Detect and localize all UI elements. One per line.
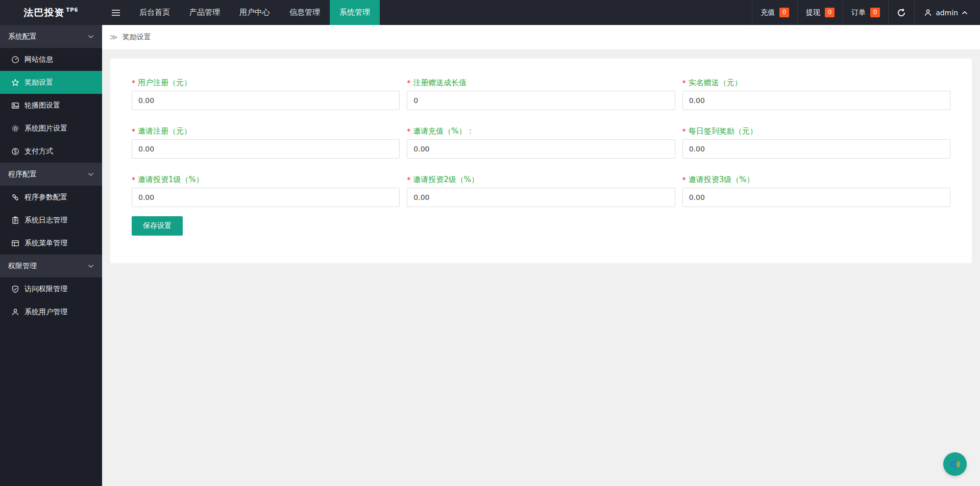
field-user-register: *用户注册（元）: [132, 78, 400, 110]
field-daily-signin: *每日签到奖励（元）: [682, 126, 950, 159]
sidebar-item-access-permissions[interactable]: 访问权限管理: [0, 277, 102, 300]
required-asterisk: *: [682, 175, 686, 184]
withdraw-stat[interactable]: 提现 0: [797, 0, 843, 25]
app-logo-text: 法巴投资: [23, 6, 64, 19]
sidebar-item-program-params[interactable]: 程序参数配置: [0, 186, 102, 209]
register-growth-input[interactable]: [407, 91, 675, 110]
content: *用户注册（元） *注册赠送成长值 *实名赠送（元） *邀请注册（元）: [102, 50, 980, 486]
field-register-growth: *注册赠送成长值: [407, 78, 675, 110]
field-label: *邀请投资3级（%）: [682, 175, 950, 185]
dashboard-icon: [11, 56, 19, 64]
dollar-icon: [11, 147, 19, 156]
group-label: 系统配置: [8, 32, 37, 41]
field-invite-invest-lv3: *邀请投资3级（%）: [682, 175, 950, 207]
sidebar-item-carousel-settings[interactable]: 轮播图设置: [0, 94, 102, 117]
daily-signin-input[interactable]: [682, 139, 950, 159]
required-asterisk: *: [132, 175, 135, 184]
field-invite-recharge: *邀请充值（%）：: [407, 126, 675, 159]
required-asterisk: *: [407, 79, 410, 87]
chevron-down-icon: [88, 264, 94, 268]
recharge-label: 充值: [761, 8, 775, 17]
invite-invest-lv3-input[interactable]: [682, 188, 950, 207]
field-label: *邀请充值（%）：: [407, 126, 675, 136]
speaker-icon: [948, 457, 962, 471]
page-title: 奖励设置: [122, 33, 151, 42]
realname-bonus-input[interactable]: [682, 91, 950, 110]
breadcrumb: ≫ 奖励设置: [102, 25, 980, 50]
app-logo: 法巴投资TP6: [0, 0, 102, 25]
sidebar-item-site-info[interactable]: 网站信息: [0, 48, 102, 71]
chevron-down-icon: [88, 172, 94, 176]
field-label: *邀请注册（元）: [132, 126, 400, 136]
recharge-stat[interactable]: 充值 0: [752, 0, 797, 25]
field-label: *每日签到奖励（元）: [682, 126, 950, 136]
required-asterisk: *: [682, 79, 686, 87]
invite-invest-lv1-input[interactable]: [132, 188, 400, 207]
field-label: *用户注册（元）: [132, 78, 400, 88]
orders-label: 订单: [851, 8, 866, 17]
user-icon: [924, 9, 932, 17]
sidebar-group-system-config[interactable]: 系统配置: [0, 25, 102, 48]
reward-settings-form: *用户注册（元） *注册赠送成长值 *实名赠送（元） *邀请注册（元）: [132, 78, 950, 207]
sidebar-group-program-config[interactable]: 程序配置: [0, 163, 102, 186]
image-icon: [11, 101, 19, 110]
menu-icon: [11, 239, 19, 247]
invite-register-input[interactable]: [132, 139, 400, 159]
chevron-down-icon: [88, 35, 94, 39]
sidebar-item-reward-settings[interactable]: 奖励设置: [0, 71, 102, 94]
chevron-up-icon: [962, 11, 968, 15]
recharge-badge: 0: [779, 8, 789, 17]
sidebar-item-system-menus[interactable]: 系统菜单管理: [0, 232, 102, 254]
field-label: *邀请投资1级（%）: [132, 175, 400, 185]
username: admin: [936, 9, 958, 17]
nav-item-dashboard[interactable]: 后台首页: [130, 0, 180, 25]
refresh-button[interactable]: [888, 0, 914, 25]
save-settings-button[interactable]: 保存设置: [132, 216, 183, 236]
link-icon: [11, 193, 19, 201]
main-area: ≫ 奖励设置 *用户注册（元） *注册赠送成长值 *实名赠送（元）: [102, 25, 980, 486]
sidebar-item-system-logs[interactable]: 系统日志管理: [0, 209, 102, 232]
nav-item-products[interactable]: 产品管理: [180, 0, 230, 25]
user-icon: [11, 308, 19, 316]
user-register-input[interactable]: [132, 91, 400, 110]
app-logo-badge: TP6: [66, 7, 78, 13]
group-label: 程序配置: [8, 170, 37, 179]
required-asterisk: *: [132, 127, 135, 135]
settings-card: *用户注册（元） *注册赠送成长值 *实名赠送（元） *邀请注册（元）: [110, 58, 972, 264]
star-icon: [11, 79, 19, 87]
sound-fab-button[interactable]: [943, 452, 967, 476]
group-label: 权限管理: [8, 262, 37, 271]
field-invite-invest-lv1: *邀请投资1级（%）: [132, 175, 400, 207]
topbar: 法巴投资TP6 后台首页 产品管理 用户中心 信息管理 系统管理 充值 0 提现…: [0, 0, 980, 25]
field-label: *注册赠送成长值: [407, 78, 675, 88]
withdraw-badge: 0: [825, 8, 835, 17]
field-invite-invest-lv2: *邀请投资2级（%）: [407, 175, 675, 207]
orders-stat[interactable]: 订单 0: [843, 0, 888, 25]
topbar-right: 充值 0 提现 0 订单 0 admin: [752, 0, 980, 25]
sidebar-item-payment-methods[interactable]: 支付方式: [0, 140, 102, 163]
field-realname-bonus: *实名赠送（元）: [682, 78, 950, 110]
field-label: *实名赠送（元）: [682, 78, 950, 88]
sidebar-item-system-users[interactable]: 系统用户管理: [0, 300, 102, 323]
sidebar: 系统配置 网站信息 奖励设置 轮播图设置 系统图片设置 支付方式 程序配置: [0, 25, 102, 486]
nav-item-system[interactable]: 系统管理: [330, 0, 380, 25]
double-chevron-icon: ≫: [110, 33, 118, 42]
required-asterisk: *: [407, 127, 410, 135]
orders-badge: 0: [870, 8, 880, 17]
invite-recharge-input[interactable]: [407, 139, 675, 159]
nav-item-info[interactable]: 信息管理: [280, 0, 330, 25]
withdraw-label: 提现: [806, 8, 820, 17]
refresh-icon: [897, 8, 906, 17]
gear-icon: [11, 124, 19, 133]
invite-invest-lv2-input[interactable]: [407, 188, 675, 207]
field-invite-register: *邀请注册（元）: [132, 126, 400, 159]
required-asterisk: *: [682, 127, 686, 135]
sidebar-group-permissions[interactable]: 权限管理: [0, 254, 102, 277]
log-icon: [11, 216, 19, 224]
nav-item-users[interactable]: 用户中心: [230, 0, 280, 25]
required-asterisk: *: [132, 79, 135, 87]
hamburger-menu-icon[interactable]: [102, 0, 130, 25]
user-menu[interactable]: admin: [914, 0, 980, 25]
shield-icon: [11, 285, 19, 293]
sidebar-item-system-images[interactable]: 系统图片设置: [0, 117, 102, 140]
